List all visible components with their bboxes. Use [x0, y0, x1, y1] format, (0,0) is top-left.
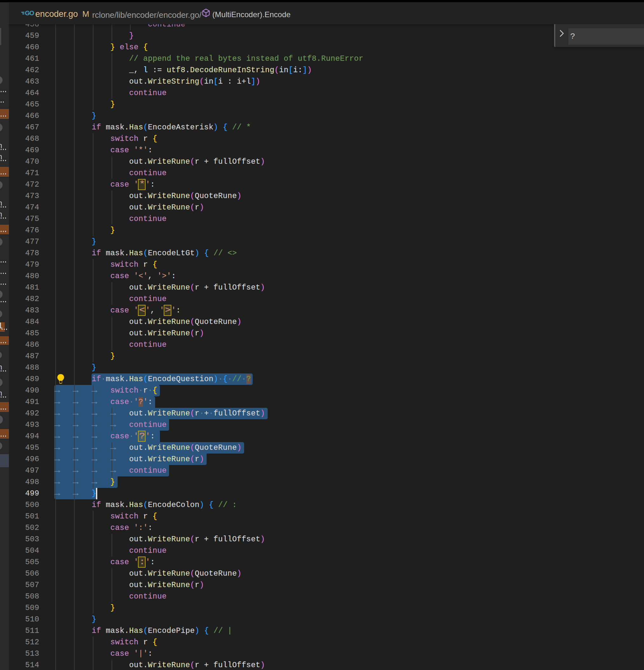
- svg-text:GO: GO: [25, 10, 34, 16]
